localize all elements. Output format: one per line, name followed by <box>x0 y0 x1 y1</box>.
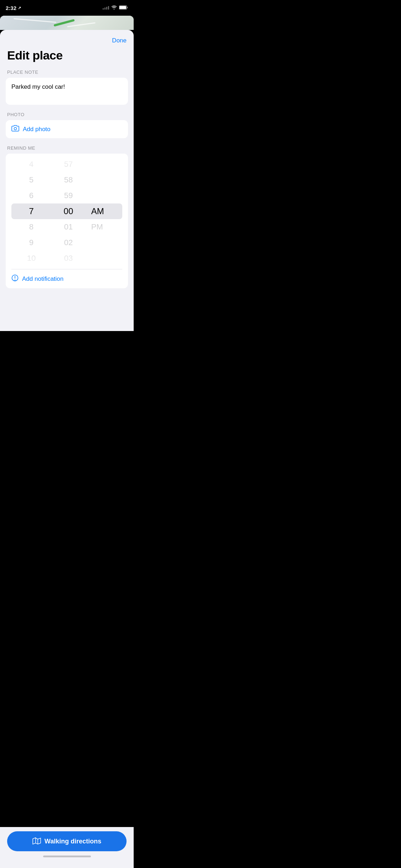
battery-icon <box>119 5 128 11</box>
signal-icon <box>103 6 109 10</box>
time-picker[interactable]: 4 5 6 7 8 9 10 57 58 59 00 01 02 03 <box>6 154 128 269</box>
add-notification-label: Add notification <box>22 275 63 283</box>
picker-min-57: 57 <box>50 156 87 172</box>
picker-min-02: 02 <box>50 235 87 250</box>
picker-columns: 4 5 6 7 8 9 10 57 58 59 00 01 02 03 <box>6 156 128 266</box>
map-preview <box>0 16 134 30</box>
page-title: Edit place <box>0 46 134 69</box>
picker-min-58: 58 <box>50 172 87 188</box>
add-photo-label: Add photo <box>23 126 51 133</box>
picker-min-00: 00 <box>50 203 87 219</box>
svg-point-2 <box>14 128 17 130</box>
camera-icon <box>11 125 19 133</box>
picker-min-01: 01 <box>50 219 87 235</box>
picker-hours-col[interactable]: 4 5 6 7 8 9 10 <box>13 156 50 266</box>
status-time: 2:32 ↗ <box>6 5 21 11</box>
picker-hour-8: 8 <box>13 219 50 235</box>
svg-point-4 <box>15 279 15 280</box>
sheet-header: Done <box>0 30 134 46</box>
status-bar: 2:32 ↗ <box>0 0 134 16</box>
photo-card: Add photo <box>6 120 128 138</box>
picker-am: AM <box>91 203 121 219</box>
picker-hour-9: 9 <box>13 235 50 250</box>
picker-hour-10: 10 <box>13 250 50 266</box>
wifi-icon <box>111 5 117 11</box>
picker-hour-4: 4 <box>13 156 50 172</box>
picker-hour-5: 5 <box>13 172 50 188</box>
location-icon: ↗ <box>18 6 21 10</box>
picker-minutes-col[interactable]: 57 58 59 00 01 02 03 <box>50 156 87 266</box>
svg-rect-1 <box>119 6 126 9</box>
add-notification-button[interactable]: Add notification <box>6 269 128 288</box>
done-button[interactable]: Done <box>112 36 127 46</box>
picker-pm: PM <box>91 219 121 235</box>
picker-min-03: 03 <box>50 250 87 266</box>
picker-hour-6: 6 <box>13 188 50 203</box>
place-note-input[interactable] <box>6 78 128 103</box>
add-photo-button[interactable]: Add photo <box>6 120 128 138</box>
picker-ampm-col[interactable]: AM PM <box>87 156 121 266</box>
edit-place-sheet: Done Edit place PLACE NOTE PHOTO Add pho… <box>0 30 134 331</box>
place-note-label: PLACE NOTE <box>0 69 134 78</box>
remind-me-label: REMIND ME <box>0 145 134 154</box>
remind-me-card: 4 5 6 7 8 9 10 57 58 59 00 01 02 03 <box>6 154 128 288</box>
picker-min-59: 59 <box>50 188 87 203</box>
status-right <box>103 5 128 11</box>
place-note-card <box>6 78 128 105</box>
notification-icon <box>11 274 19 283</box>
photo-label: PHOTO <box>0 112 134 120</box>
picker-hour-7: 7 <box>13 203 50 219</box>
